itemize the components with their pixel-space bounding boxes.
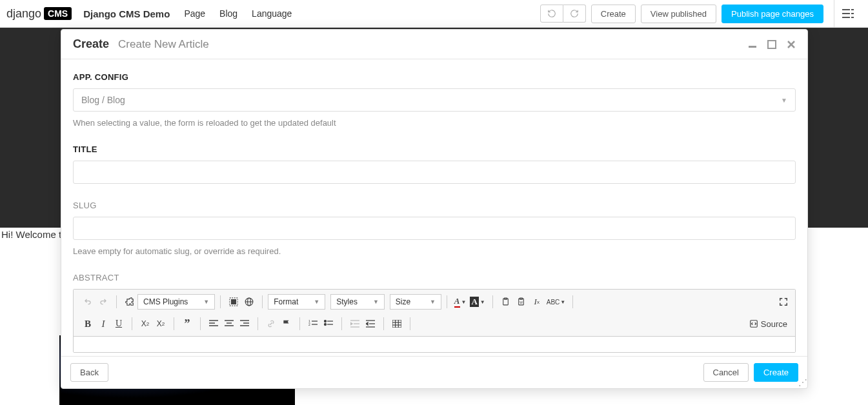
unlink-button[interactable] — [263, 315, 279, 332]
topbar-right: Create View published Publish page chang… — [540, 0, 862, 28]
back-button[interactable]: Back — [70, 363, 108, 382]
unlink-icon — [267, 319, 276, 328]
remove-format-button[interactable]: Ix — [529, 293, 545, 310]
styles-dropdown[interactable]: Styles▼ — [330, 294, 385, 310]
maximize-icon[interactable] — [767, 40, 776, 49]
editor-row-1: CMS Plugins▼ Format▼ Styles▼ — [77, 292, 791, 311]
bullet-list-button[interactable] — [321, 315, 336, 332]
redo-button[interactable] — [563, 5, 586, 23]
indent-icon — [366, 320, 375, 328]
svg-rect-1 — [851, 9, 854, 10]
text-color-button[interactable]: A▼ — [452, 293, 469, 310]
top-toolbar: django CMS Django CMS Demo Page Blog Lan… — [0, 0, 868, 28]
globe-button[interactable] — [241, 293, 257, 310]
indent-button[interactable] — [363, 315, 378, 332]
align-left-icon — [209, 320, 218, 328]
select-all-icon — [229, 297, 238, 306]
svg-point-35 — [325, 324, 327, 326]
size-dropdown[interactable]: Size▼ — [390, 294, 441, 310]
field-app-config: App. Config Blog / Blog ▼ When selecting… — [73, 72, 805, 128]
puzzle-icon — [125, 297, 134, 306]
view-published-button[interactable]: View published — [641, 5, 716, 23]
create-button[interactable]: Create — [591, 5, 636, 23]
modal-subtitle: Create New Article — [118, 38, 209, 51]
editor-undo-button[interactable] — [80, 293, 96, 310]
title-input[interactable] — [73, 161, 796, 184]
svg-text:W: W — [520, 301, 523, 304]
undo-button[interactable] — [540, 5, 563, 23]
editor-redo-button[interactable] — [96, 293, 111, 310]
abstract-editor-area[interactable] — [74, 337, 795, 352]
bold-button[interactable]: B — [80, 315, 96, 332]
minimize-icon[interactable] — [748, 40, 757, 49]
close-icon[interactable] — [787, 40, 796, 49]
modal-window-controls — [748, 40, 796, 49]
source-label: Source — [761, 319, 787, 329]
caret-down-icon: ▼ — [314, 299, 319, 305]
table-button[interactable] — [389, 315, 405, 332]
outdent-button[interactable] — [347, 315, 363, 332]
bg-color-button[interactable]: A▼ — [468, 293, 487, 310]
clipboard-icon — [501, 297, 510, 306]
modal-footer: Back Cancel Create — [61, 356, 807, 388]
clipboard-word-icon: W — [517, 297, 525, 306]
editor-toolbar: CMS Plugins▼ Format▼ Styles▼ — [74, 290, 795, 337]
maximize-editor-button[interactable] — [776, 293, 791, 310]
italic-button[interactable]: I — [96, 315, 111, 332]
paste-word-button[interactable]: W — [514, 293, 529, 310]
cancel-button[interactable]: Cancel — [703, 363, 749, 382]
align-right-icon — [240, 320, 249, 328]
modal-header: Create Create New Article — [61, 30, 807, 59]
structure-toggle-button[interactable] — [834, 0, 862, 28]
format-dropdown[interactable]: Format▼ — [268, 294, 325, 310]
abstract-editor: CMS Plugins▼ Format▼ Styles▼ — [73, 289, 796, 353]
subscript-button[interactable]: X2 — [137, 315, 153, 332]
logo[interactable]: django CMS — [6, 7, 72, 21]
menu-language[interactable]: Language — [252, 8, 292, 19]
modal-create-button[interactable]: Create — [754, 363, 798, 382]
maximize-icon — [779, 297, 788, 306]
app-config-select[interactable]: Blog / Blog ▼ — [73, 88, 796, 112]
undo-icon — [83, 298, 92, 306]
undo-icon — [547, 9, 556, 18]
spellcheck-button[interactable]: ABC▼ — [545, 293, 567, 310]
select-all-button[interactable] — [226, 293, 241, 310]
svg-rect-0 — [842, 9, 850, 10]
align-center-button[interactable] — [221, 315, 237, 332]
svg-text:2: 2 — [308, 322, 310, 326]
field-slug: Slug Leave empty for automatic slug, or … — [73, 201, 805, 256]
svg-rect-4 — [842, 17, 850, 18]
menu-blog[interactable]: Blog — [219, 8, 237, 19]
underline-button[interactable]: U — [111, 315, 126, 332]
superscript-button[interactable]: X2 — [153, 315, 168, 332]
modal-body[interactable]: App. Config Blog / Blog ▼ When selecting… — [61, 59, 807, 356]
cms-plugins-icon-button[interactable] — [122, 293, 137, 310]
globe-icon — [245, 297, 254, 306]
blockquote-button[interactable]: ” — [179, 315, 195, 332]
app-config-label: App. Config — [73, 72, 796, 82]
cms-plugins-dropdown[interactable]: CMS Plugins▼ — [137, 294, 215, 310]
caret-down-icon: ▼ — [373, 299, 379, 305]
field-title: Title — [73, 144, 805, 184]
outdent-icon — [350, 320, 359, 328]
paste-button[interactable] — [498, 293, 514, 310]
publish-button[interactable]: Publish page changes — [722, 5, 823, 23]
field-abstract: Abstract CMS Plugins▼ — [73, 273, 805, 353]
align-center-icon — [225, 320, 234, 328]
site-title[interactable]: Django CMS Demo — [83, 8, 170, 19]
menu-page[interactable]: Page — [184, 8, 205, 19]
numbered-list-button[interactable]: 12 — [305, 315, 321, 332]
slug-label: Slug — [73, 201, 796, 210]
source-button[interactable]: Source — [745, 318, 791, 330]
modal-title: Create — [73, 37, 109, 51]
svg-point-33 — [325, 321, 327, 322]
abstract-label: Abstract — [73, 273, 796, 282]
align-left-button[interactable] — [206, 315, 221, 332]
anchor-button[interactable] — [279, 315, 294, 332]
align-right-button[interactable] — [237, 315, 252, 332]
app-config-value: Blog / Blog — [81, 95, 125, 105]
slug-input[interactable] — [73, 217, 796, 240]
resize-grip[interactable]: ⋰ — [798, 379, 806, 387]
title-label: Title — [73, 144, 796, 154]
page-welcome-text: Hi! Welcome to — [1, 229, 66, 240]
